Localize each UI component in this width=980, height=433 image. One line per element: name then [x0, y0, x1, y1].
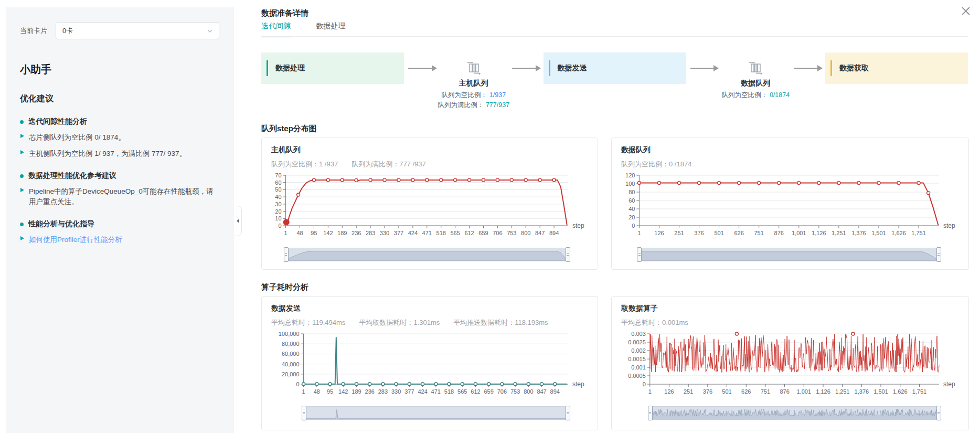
stage-label: 数据获取 — [839, 64, 869, 73]
queue-icon — [466, 61, 481, 75]
stage-label: 数据处理 — [275, 64, 305, 73]
svg-text:1: 1 — [637, 230, 641, 236]
svg-text:751: 751 — [754, 230, 763, 236]
tab-data-processing[interactable]: 数据处理 — [316, 22, 345, 36]
stage-data-fetch: 数据获取 — [825, 52, 968, 84]
svg-text:100,000: 100,000 — [279, 331, 300, 337]
svg-text:847: 847 — [535, 230, 545, 236]
datazoom-handle-left[interactable] — [284, 247, 289, 262]
svg-text:283: 283 — [378, 388, 388, 395]
svg-text:95: 95 — [311, 230, 317, 236]
svg-text:377: 377 — [404, 388, 414, 395]
chevron-down-icon — [207, 28, 212, 34]
queue-full-ratio-value: 777/937 — [486, 101, 509, 109]
svg-text:10: 10 — [275, 215, 281, 221]
queue-icon — [748, 61, 763, 75]
svg-text:0.0025: 0.0025 — [628, 339, 646, 345]
svg-text:800: 800 — [524, 388, 533, 395]
card-stats: 平均总耗时：119.494ms 平均取数据耗时：1.301ms 平均推送数据耗时… — [271, 318, 588, 328]
svg-text:120: 120 — [625, 172, 635, 178]
suggestion-group-data-processing: 数据处理性能优化参考建议 Pipeline中的算子DeviceQueueOp_0… — [20, 171, 220, 207]
svg-text:626: 626 — [734, 230, 743, 236]
datazoom-handle-right[interactable] — [566, 406, 570, 420]
group-title: 数据处理性能优化参考建议 — [28, 171, 116, 181]
card-selector-dropdown[interactable]: 0卡 — [56, 22, 219, 39]
arrow-bullet-icon — [20, 150, 24, 154]
queue-stats: 队列为空比例：0/1874 — [721, 90, 790, 100]
svg-text:1,376: 1,376 — [855, 388, 869, 395]
svg-text:1,501: 1,501 — [871, 230, 886, 236]
page-title: 数据准备详情 — [261, 8, 308, 18]
svg-text:800: 800 — [521, 230, 530, 236]
svg-text:251: 251 — [674, 230, 684, 236]
svg-text:753: 753 — [507, 230, 516, 236]
svg-text:48: 48 — [314, 388, 320, 395]
svg-text:876: 876 — [780, 388, 789, 395]
collapse-left-icon — [237, 219, 239, 223]
suggestions-heading: 优化建议 — [20, 93, 234, 104]
svg-text:1,001: 1,001 — [797, 388, 812, 395]
data-queue-datazoom-slider[interactable] — [639, 248, 939, 261]
sidebar-collapse-handle[interactable] — [234, 206, 242, 236]
svg-text:126: 126 — [654, 230, 664, 236]
svg-text:60: 60 — [275, 179, 281, 186]
datazoom-handle-right[interactable] — [566, 247, 570, 262]
flow-arrow-icon — [794, 68, 818, 69]
group-title: 性能分析与优化指导 — [28, 219, 94, 229]
fetch-data-op-card: 取数据算子 平均总耗时：0.001ms 00.00050.0010.00150.… — [611, 296, 969, 430]
svg-text:100: 100 — [625, 181, 635, 187]
svg-text:1,126: 1,126 — [816, 388, 830, 395]
tab-divider — [261, 36, 968, 37]
fetch-data-op-datazoom-slider[interactable] — [650, 406, 939, 420]
svg-text:894: 894 — [550, 388, 560, 395]
svg-text:0: 0 — [643, 381, 646, 387]
card-title: 数据发送 — [271, 304, 588, 313]
arrow-bullet-icon — [20, 236, 24, 240]
profiler-guide-link[interactable]: 如何使用Profiler进行性能分析 — [29, 235, 122, 245]
bullet-dot-icon — [20, 174, 24, 178]
assistant-title: 小助手 — [20, 62, 234, 77]
queue-stats: 队列为空比例：1/937 队列为满比例：777/937 — [438, 90, 509, 111]
datazoom-selected-range — [640, 248, 939, 261]
card-stats: 平均总耗时：0.001ms — [621, 318, 959, 328]
flow-arrow-icon — [690, 68, 715, 69]
datazoom-handle-right[interactable] — [936, 247, 941, 262]
datazoom-selected-range — [304, 407, 568, 419]
profiler-guide-link-item: 如何使用Profiler进行性能分析 — [20, 235, 220, 245]
svg-text:471: 471 — [431, 388, 441, 395]
svg-text:1,626: 1,626 — [891, 230, 906, 236]
tab-bar: 迭代间隙 数据处理 — [261, 21, 368, 37]
svg-text:753: 753 — [510, 388, 520, 395]
svg-text:0.0015: 0.0015 — [628, 356, 646, 362]
svg-text:142: 142 — [338, 388, 348, 395]
datazoom-handle-left[interactable] — [302, 406, 306, 420]
assistant-sidebar: 当前卡片 0卡 小助手 优化建议 迭代间隙性能分析 芯片侧队列为空比例 0/ 1… — [6, 7, 234, 433]
stage-accent-bar — [267, 60, 268, 76]
data-send-datazoom-slider[interactable] — [304, 406, 568, 420]
section-title-queue-step: 队列step分布图 — [261, 124, 317, 134]
svg-text:1,376: 1,376 — [851, 230, 866, 236]
datazoom-handle-right[interactable] — [936, 406, 941, 420]
svg-text:30: 30 — [275, 201, 281, 207]
bullet-dot-icon — [20, 120, 24, 124]
svg-text:95: 95 — [327, 388, 333, 395]
svg-text:20: 20 — [275, 208, 281, 215]
host-queue-datazoom-slider[interactable] — [286, 248, 568, 261]
svg-text:0: 0 — [632, 223, 635, 229]
stage-label: 数据发送 — [558, 64, 587, 73]
svg-text:70: 70 — [275, 172, 281, 178]
svg-text:1,626: 1,626 — [893, 388, 908, 395]
suggestion-item: Pipeline中的算子DeviceQueueOp_0可能存在性能瓶颈，请用户重… — [20, 186, 220, 207]
svg-text:236: 236 — [365, 388, 375, 395]
svg-text:0.001: 0.001 — [631, 364, 646, 371]
svg-text:1: 1 — [302, 388, 305, 395]
svg-text:1,251: 1,251 — [832, 230, 846, 236]
datazoom-handle-left[interactable] — [637, 247, 642, 262]
close-icon[interactable] — [960, 5, 972, 17]
svg-text:60: 60 — [629, 197, 635, 204]
svg-text:48: 48 — [296, 230, 303, 236]
svg-text:612: 612 — [464, 230, 474, 236]
datazoom-handle-left[interactable] — [648, 406, 653, 420]
bullet-dot-icon — [20, 223, 24, 226]
tab-iteration-gap[interactable]: 迭代间隙 — [261, 22, 291, 37]
